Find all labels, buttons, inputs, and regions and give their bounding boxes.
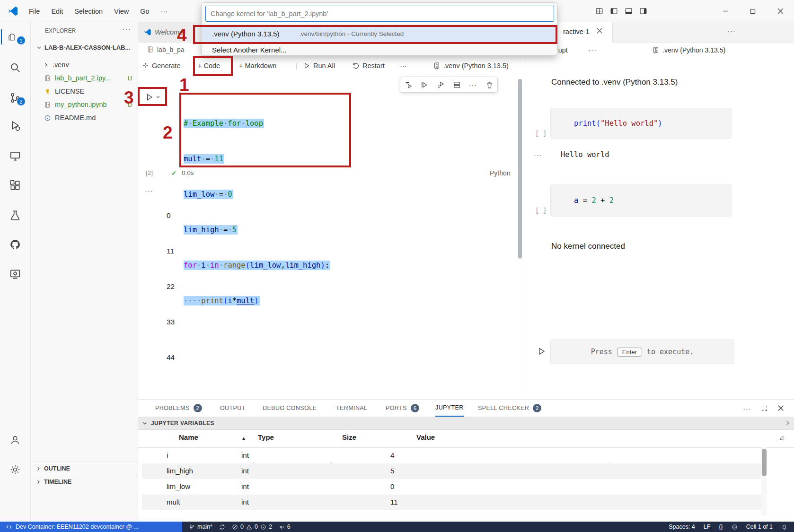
- output-more-actions[interactable]: ···: [534, 151, 542, 159]
- info-icon: [260, 524, 266, 530]
- column-type[interactable]: Type: [258, 433, 274, 441]
- output-line: 44: [167, 351, 179, 363]
- variable-row[interactable]: mult int 11: [142, 495, 763, 510]
- toggle-secondary-sidebar-icon[interactable]: [639, 7, 647, 15]
- toggle-panel-icon[interactable]: [625, 7, 633, 15]
- explorer-item-venv[interactable]: .venv: [31, 58, 138, 71]
- github-icon[interactable]: [8, 237, 23, 252]
- close-panel-icon[interactable]: [777, 405, 784, 411]
- account-icon[interactable]: [8, 432, 23, 447]
- variable-row[interactable]: lim_low int 0: [142, 479, 763, 495]
- close-tab-icon[interactable]: [596, 27, 603, 34]
- menu-selection[interactable]: Selection: [69, 5, 108, 17]
- sort-ascending-icon[interactable]: ▲: [241, 436, 246, 441]
- run-all-button[interactable]: Run All: [303, 56, 335, 75]
- panel-tab-ports[interactable]: PORTS6: [386, 400, 419, 417]
- interactive-output: Hello world: [561, 150, 609, 159]
- cell-more-actions-icon[interactable]: ···: [469, 81, 477, 89]
- menu-edit[interactable]: Edit: [46, 5, 68, 17]
- run-debug-icon[interactable]: [8, 118, 23, 133]
- menu-more[interactable]: ···: [156, 5, 173, 17]
- search-icon[interactable]: [8, 60, 23, 75]
- settings-gear-icon[interactable]: [8, 462, 23, 477]
- explorer-more-actions[interactable]: ···: [122, 25, 131, 34]
- run-input-icon[interactable]: [537, 347, 546, 356]
- maximize-panel-icon[interactable]: [761, 405, 768, 412]
- python-environment-icon[interactable]: [8, 267, 23, 282]
- forwarded-ports-status[interactable]: 6: [279, 523, 291, 530]
- indentation-status[interactable]: Spaces: 4: [669, 523, 695, 530]
- output-more-actions[interactable]: ···: [145, 187, 153, 195]
- kernel-picker-button[interactable]: .venv (Python 3.13.5): [433, 56, 509, 75]
- timeline-section[interactable]: TIMELINE: [31, 475, 138, 488]
- interactive-more-actions[interactable]: ···: [588, 46, 597, 54]
- feedback-icon[interactable]: [732, 524, 738, 530]
- explorer-item-readme[interactable]: README.md: [31, 111, 138, 124]
- variable-row[interactable]: i int 4: [142, 448, 763, 463]
- menu-view[interactable]: View: [109, 5, 134, 17]
- customize-layout-icon[interactable]: [595, 7, 603, 15]
- maximize-button[interactable]: [739, 0, 767, 22]
- delete-cell-icon[interactable]: [485, 81, 494, 89]
- code-token: ): [658, 119, 662, 128]
- restart-button[interactable]: Restart: [352, 56, 385, 75]
- sync-status[interactable]: [219, 524, 225, 530]
- language-braces-status[interactable]: {}: [719, 523, 723, 530]
- notebook-more-actions[interactable]: ···: [400, 56, 407, 75]
- menu-file[interactable]: File: [24, 5, 45, 17]
- bottom-panel: PROBLEMS2 OUTPUT DEBUG CONSOLE TERMINAL …: [138, 399, 794, 522]
- panel-tab-problems[interactable]: PROBLEMS2: [155, 400, 202, 417]
- notifications-bell-icon[interactable]: [781, 524, 787, 530]
- cell-indicator[interactable]: Cell 1 of 1: [746, 523, 773, 530]
- git-branch-status[interactable]: main*: [189, 523, 212, 530]
- git-untracked-badge: U: [128, 75, 132, 82]
- editor-group-more-actions[interactable]: ···: [727, 27, 736, 35]
- interactive-kernel-picker[interactable]: .venv (Python 3.13.5): [662, 46, 725, 54]
- panel-tab-jupyter[interactable]: JUPYTER: [435, 400, 464, 417]
- cell-language-picker[interactable]: Python: [490, 169, 511, 177]
- kernel-option-select-another[interactable]: Select Another Kernel...: [202, 43, 557, 56]
- menu-go[interactable]: Go: [135, 5, 154, 17]
- tab-welcome[interactable]: Welcome: [138, 22, 196, 42]
- problems-status[interactable]: 0 0 2: [232, 523, 272, 530]
- scroll-right-icon[interactable]: [785, 420, 791, 426]
- eol-status[interactable]: LF: [704, 523, 711, 530]
- kernel-search-input[interactable]: [205, 6, 554, 22]
- panel-tab-output[interactable]: OUTPUT: [220, 400, 246, 417]
- panel-more-actions-icon[interactable]: ···: [743, 404, 751, 412]
- panel-tab-debug-console[interactable]: DEBUG CONSOLE: [263, 400, 317, 417]
- column-size[interactable]: Size: [342, 433, 356, 441]
- table-scrollbar-thumb[interactable]: [762, 449, 767, 476]
- toggle-sidebar-icon[interactable]: [610, 7, 618, 15]
- explorer-root-folder[interactable]: LAB-B-ALEX-CASSON-LAB...: [31, 41, 138, 53]
- outline-section[interactable]: OUTLINE: [31, 462, 138, 475]
- interactive-cell-2[interactable]: a = 2 + 2: [550, 184, 732, 217]
- explorer-item-lab-b-part-2[interactable]: lab_b_part_2.ipy... U: [31, 71, 138, 85]
- column-name[interactable]: Name: [179, 433, 198, 441]
- interactive-input[interactable]: Press Enter to execute.: [550, 340, 734, 364]
- editor-scrollbar[interactable]: [518, 79, 522, 259]
- remote-indicator[interactable]: Dev Container: EEEN11202 devcontainer @ …: [0, 522, 182, 532]
- close-button[interactable]: [767, 0, 794, 22]
- clear-variables-icon[interactable]: [778, 434, 785, 441]
- column-value[interactable]: Value: [416, 433, 435, 441]
- execute-above-icon[interactable]: [405, 81, 413, 89]
- interactive-cell-1[interactable]: print("Hello world"): [550, 108, 732, 139]
- generate-button[interactable]: Generate: [142, 56, 180, 75]
- testing-icon[interactable]: [8, 208, 23, 223]
- panel-tab-terminal[interactable]: TERMINAL: [336, 400, 367, 417]
- variable-row[interactable]: lim_high int 5: [142, 463, 763, 479]
- extensions-icon[interactable]: [8, 178, 23, 193]
- execute-cell-icon[interactable]: [421, 81, 429, 89]
- jupyter-variables-header[interactable]: JUPYTER VARIABLES: [138, 417, 794, 430]
- explorer-icon[interactable]: [1, 29, 16, 44]
- remote-explorer-icon[interactable]: [8, 148, 23, 164]
- menu-bar: File Edit Selection View Go ···: [24, 0, 173, 22]
- minimize-button[interactable]: [712, 0, 739, 22]
- add-markdown-cell-button[interactable]: + Markdown: [239, 56, 276, 75]
- panel-tab-spell-checker[interactable]: SPELL CHECKER2: [478, 400, 541, 417]
- explorer-item-license[interactable]: LICENSE: [31, 85, 138, 98]
- explorer-item-my-python[interactable]: my_python.ipynb U: [31, 98, 138, 111]
- split-cell-icon[interactable]: [453, 81, 461, 89]
- execute-below-icon[interactable]: [437, 81, 445, 89]
